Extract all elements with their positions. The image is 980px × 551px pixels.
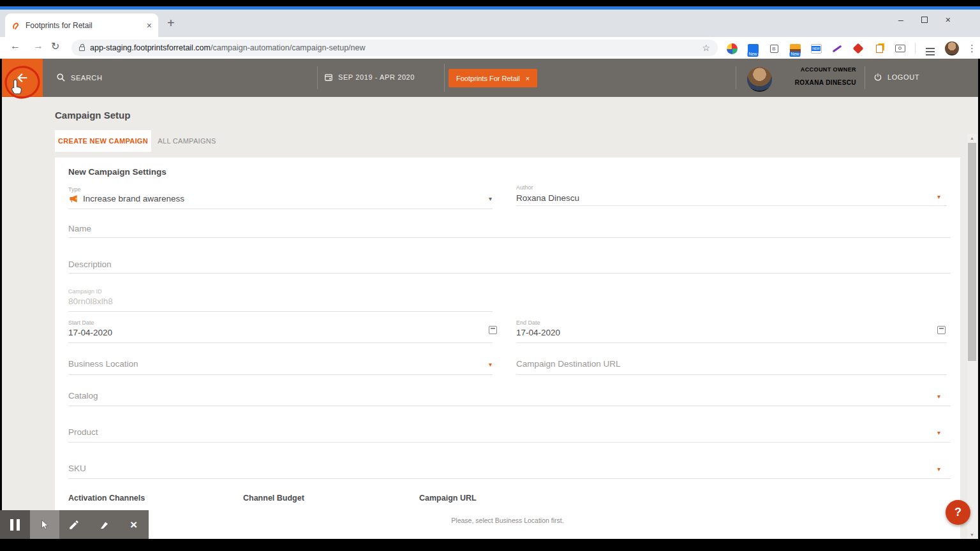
page-title: Campaign Setup — [55, 110, 130, 121]
window-maximize-icon[interactable] — [921, 17, 928, 23]
scroll-down-icon[interactable]: ▼ — [967, 533, 977, 537]
start-date-input[interactable]: 17-04-2020 — [68, 328, 112, 337]
date-range-picker[interactable]: SEP 2019 - APR 2020 — [324, 73, 415, 82]
pause-icon — [10, 519, 20, 531]
extension-tag-icon[interactable]: B — [768, 42, 780, 55]
url-text[interactable]: app-staging.footprintsforretail.com/camp… — [90, 43, 365, 52]
sku-select[interactable]: SKU — [68, 464, 86, 473]
chevron-down-icon[interactable]: ▾ — [489, 361, 492, 368]
field-underline — [68, 342, 493, 343]
calendar-icon[interactable] — [937, 326, 946, 334]
new-tab-button[interactable]: + — [167, 16, 175, 31]
type-select[interactable]: Increase brand awareness — [83, 194, 184, 203]
field-underline — [68, 311, 493, 312]
tab-close-icon[interactable]: × — [147, 20, 152, 31]
field-underline — [68, 406, 951, 406]
cursor-icon — [39, 518, 50, 531]
pencil-icon — [68, 519, 80, 531]
scrollbar[interactable]: ▲ ▼ — [967, 134, 977, 539]
extension-red-shape-icon[interactable] — [852, 42, 865, 55]
power-icon — [873, 73, 882, 82]
close-toolbar-button[interactable]: × — [119, 510, 149, 539]
browser-menu-icon[interactable]: ⋮ — [967, 43, 977, 54]
end-date-label: End Date — [516, 320, 540, 326]
field-underline — [516, 342, 947, 343]
divider — [865, 66, 865, 89]
pause-button[interactable] — [0, 510, 30, 539]
field-underline — [68, 442, 951, 443]
end-date-input[interactable]: 17-04-2020 — [516, 328, 560, 337]
browser-profile-avatar[interactable] — [945, 41, 959, 55]
chevron-down-icon[interactable]: ▾ — [937, 193, 940, 200]
tab-create-new-campaign[interactable]: CREATE NEW CAMPAIGN — [55, 130, 151, 152]
chevron-down-icon[interactable]: ▾ — [489, 195, 492, 202]
field-underline — [68, 478, 951, 479]
type-label: Type — [68, 186, 81, 193]
megaphone-icon — [68, 194, 78, 203]
calendar-icon[interactable] — [489, 326, 497, 334]
author-label: Author — [516, 184, 533, 191]
extension-screenshot-icon[interactable]: New — [746, 42, 759, 55]
business-location-notice: Please, select Business Location first. — [55, 517, 960, 524]
sidebar-item-back[interactable] — [2, 59, 43, 97]
extension-camera-icon[interactable] — [894, 42, 907, 55]
campaign-url-heading: Campaign URL — [419, 494, 477, 503]
omnibox[interactable]: app-staging.footprintsforretail.com/camp… — [71, 40, 718, 56]
main-content: Campaign Setup CREATE NEW CAMPAIGN ALL C… — [2, 97, 978, 539]
tab-all-campaigns[interactable]: ALL CAMPAIGNS — [151, 130, 223, 152]
search-control[interactable]: SEARCH — [56, 73, 102, 82]
letterbox-bottom — [0, 539, 980, 551]
window-close-icon[interactable]: × — [946, 15, 951, 25]
scrollbar-thumb[interactable] — [968, 143, 976, 361]
logout-label: LOGOUT — [887, 73, 919, 81]
chevron-down-icon[interactable]: ▾ — [937, 466, 940, 473]
chip-close-icon[interactable]: × — [526, 75, 530, 82]
field-underline — [68, 374, 493, 375]
catalog-select[interactable]: Catalog — [68, 391, 98, 400]
reading-list-icon[interactable] — [924, 42, 937, 55]
activation-channels-heading: Activation Channels — [68, 494, 145, 503]
help-button[interactable]: ? — [946, 500, 970, 525]
extension-new-banner-icon[interactable]: NEW — [810, 42, 822, 55]
screenshot-stage: Footprints for Retail × + – × ← → ↻ app-… — [0, 0, 980, 551]
form-section-title: New Campaign Settings — [68, 167, 167, 177]
description-input[interactable]: Description — [68, 260, 112, 269]
pencil-tool-button[interactable] — [59, 510, 89, 539]
lock-icon — [79, 47, 85, 51]
extension-sunset-icon[interactable]: New — [789, 42, 801, 55]
extension-pen-icon[interactable] — [831, 42, 843, 55]
name-input[interactable]: Name — [68, 224, 91, 233]
eraser-tool-button[interactable] — [89, 510, 119, 539]
campaign-id-value: 80rn0l8xlh8 — [68, 297, 113, 306]
start-date-label: Start Date — [68, 320, 94, 326]
browser-reload-icon[interactable]: ↻ — [51, 40, 59, 52]
chevron-down-icon[interactable]: ▾ — [937, 429, 940, 436]
browser-back-icon[interactable]: ← — [10, 40, 20, 52]
bookmark-star-icon[interactable]: ☆ — [702, 43, 710, 53]
divider — [317, 66, 318, 89]
account-avatar[interactable] — [747, 67, 772, 92]
business-location-select[interactable]: Business Location — [68, 359, 138, 369]
product-select[interactable]: Product — [68, 427, 98, 437]
search-icon — [56, 73, 66, 82]
divider — [444, 64, 445, 92]
divider — [736, 66, 736, 89]
filter-chip-label: Footprints For Retail — [456, 75, 520, 82]
cursor-tool-button[interactable] — [30, 510, 60, 539]
campaign-destination-url-input[interactable]: Campaign Destination URL — [516, 359, 621, 369]
author-select[interactable]: Roxana Dinescu — [516, 193, 579, 203]
window-minimize-icon[interactable]: – — [898, 15, 903, 25]
channel-budget-heading: Channel Budget — [243, 494, 304, 503]
extension-copy-pages-icon[interactable] — [873, 42, 886, 55]
chevron-down-icon[interactable]: ▾ — [937, 393, 940, 400]
tab-title: Footprints for Retail — [26, 21, 142, 30]
field-underline — [68, 237, 951, 238]
filter-chip[interactable]: Footprints For Retail × — [449, 69, 537, 87]
calendar-icon — [324, 73, 333, 82]
logout-button[interactable]: LOGOUT — [873, 73, 919, 82]
extension-color-wheel-icon[interactable] — [725, 42, 738, 55]
scroll-up-icon[interactable]: ▲ — [967, 136, 977, 140]
search-label: SEARCH — [71, 74, 102, 82]
browser-forward-icon[interactable]: → — [33, 40, 43, 52]
browser-tab[interactable]: Footprints for Retail × — [5, 13, 158, 37]
